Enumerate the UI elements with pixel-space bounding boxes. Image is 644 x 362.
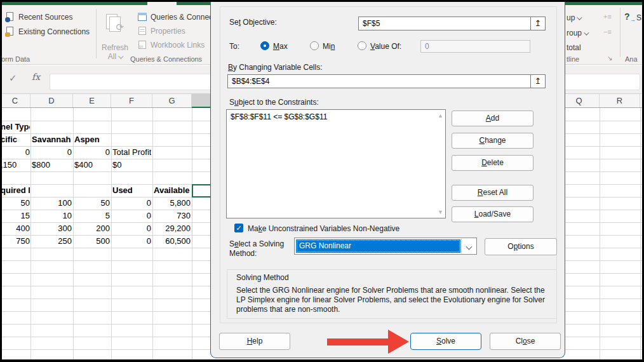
insert-function-icon[interactable]: fx — [32, 72, 40, 82]
non-negative-label: Make Unconstrained Variables Non-Negativ… — [248, 224, 399, 233]
sheet-cell[interactable]: 250 — [32, 235, 72, 248]
sheet-cell[interactable]: $0 — [112, 159, 151, 171]
sheet-cell[interactable]: 0 — [112, 210, 151, 222]
sheet-cell[interactable]: 500 — [74, 235, 110, 248]
variable-cells-collapse-dialog-icon[interactable]: ↥ — [530, 74, 546, 88]
column-header-f[interactable]: F — [111, 94, 152, 107]
reset-all-button[interactable]: Reset All — [452, 185, 533, 201]
solver-button-fragment[interactable]: S — [636, 13, 641, 22]
change-button[interactable]: Change — [452, 133, 533, 149]
scrollbar-down-icon[interactable]: ▼ — [438, 209, 443, 215]
sheet-cell[interactable]: 0 — [1, 146, 30, 159]
sheet-cell[interactable]: 15 — [1, 210, 30, 222]
set-objective-label: Set Objective: — [229, 18, 277, 27]
recent-sources-icon — [5, 12, 15, 22]
variable-cells-field[interactable]: $B$4:$E$4 — [227, 74, 531, 88]
sheet-cell[interactable]: 29,200 — [154, 222, 191, 235]
sheet-cell[interactable]: 0 — [112, 222, 151, 235]
sheet-cell[interactable]: quired Per Pallet Type — [1, 184, 30, 197]
max-label[interactable]: Max — [273, 42, 288, 51]
outline-dialog-launcher-icon[interactable]: ↘ — [607, 55, 612, 62]
max-radio[interactable] — [260, 41, 269, 50]
refresh-all-button: ⟳ Refresh All — [98, 11, 131, 62]
load-save-button[interactable]: Load/Save — [452, 206, 533, 222]
solving-method-value: GRG Nonlinear — [296, 239, 460, 253]
solving-method-dropdown[interactable]: GRG Nonlinear — [294, 238, 477, 255]
constraints-listbox[interactable]: $F$8:$F$11 <= $G$8:$G$11 ▲ ▼ — [226, 109, 446, 218]
workbook-links-button: ∞ Workbook Links — [137, 40, 205, 50]
objective-collapse-dialog-icon[interactable]: ↥ — [530, 17, 546, 30]
solve-button[interactable]: Solve — [410, 333, 481, 350]
sheet-cell[interactable]: cific — [1, 133, 30, 146]
column-header-d[interactable]: D — [30, 94, 73, 107]
sheet-cell[interactable]: ,150 — [1, 159, 30, 171]
column-header-e[interactable]: E — [73, 94, 111, 107]
constraint-item[interactable]: $F$8:$F$11 <= $G$8:$G$11 — [227, 110, 331, 124]
close-button[interactable]: Close — [490, 333, 561, 350]
chevron-down-icon[interactable] — [461, 239, 476, 253]
sheet-cell[interactable]: 5 — [74, 210, 110, 222]
sheet-cell[interactable]: 200 — [74, 222, 110, 235]
sheet-cell[interactable]: 5,800 — [154, 197, 191, 210]
sheet-cell[interactable]: $400 — [74, 159, 110, 171]
value-of-radio[interactable] — [358, 41, 366, 50]
scrollbar-up-icon[interactable]: ▲ — [438, 112, 443, 119]
objective-field[interactable]: $F$5 — [358, 17, 531, 30]
show-detail-icon[interactable]: +≡ — [603, 13, 612, 20]
sheet-cell[interactable]: 0 — [32, 146, 72, 159]
delete-button[interactable]: Delete — [452, 155, 533, 171]
non-negative-checkbox[interactable]: ✓ — [234, 224, 243, 232]
sheet-cell[interactable]: 750 — [1, 235, 30, 248]
sheet-cell[interactable]: Available — [154, 184, 191, 197]
ungroup-button-fragment[interactable]: roup — [567, 29, 587, 37]
sheet-cell[interactable]: Used — [112, 184, 151, 197]
sheet-cell[interactable]: 400 — [1, 222, 30, 235]
sheet-cell[interactable]: 0 — [112, 235, 151, 248]
sheet-cell[interactable]: 60,500 — [154, 235, 191, 248]
arrow-head — [388, 330, 409, 354]
solver-icon[interactable]: ? — [624, 11, 630, 22]
group-button-fragment[interactable]: up — [567, 13, 580, 22]
sheet-cell[interactable]: Savannah — [32, 133, 72, 146]
column-header-c[interactable]: C — [0, 94, 30, 107]
properties-icon — [137, 26, 147, 36]
min-radio[interactable] — [310, 41, 319, 50]
value-of-label[interactable]: Value Of: — [370, 42, 401, 51]
by-changing-label: By Changing Variable Cells: — [228, 63, 323, 72]
queries-group-label: Queries & Connections — [130, 55, 202, 63]
column-header-g[interactable]: G — [152, 94, 192, 107]
recent-sources-button[interactable]: Recent Sources — [5, 12, 72, 22]
sheet-cell[interactable]: 50 — [74, 197, 110, 210]
crop-edge-left — [0, 0, 2, 362]
help-button[interactable]: Help — [219, 333, 290, 350]
enter-icon[interactable]: ✓ — [9, 72, 17, 84]
solver-dialog: Set Objective: $F$5 ↥ To: Max Min Value … — [210, 0, 565, 358]
sheet-cell[interactable]: 0 — [74, 146, 110, 159]
column-header-r[interactable]: R — [600, 94, 640, 107]
sheet-cell[interactable]: $800 — [32, 159, 72, 171]
subject-constraints-label: Subject to the Constraints: — [229, 98, 319, 107]
workbook-links-icon: ∞ — [137, 40, 147, 50]
ribbon-group-separator — [620, 8, 621, 57]
min-label[interactable]: Min — [323, 42, 335, 51]
sheet-cell[interactable]: 10 — [32, 210, 72, 222]
sheet-cell[interactable]: 100 — [32, 197, 72, 210]
hide-detail-icon[interactable]: −≡ — [603, 28, 612, 36]
sheet-cell[interactable]: 50 — [1, 197, 30, 210]
solving-method-title: Solving Method — [236, 273, 289, 282]
options-button[interactable]: Options — [485, 238, 557, 255]
existing-connections-button[interactable]: Existing Connections — [5, 27, 90, 37]
sheet-cell[interactable]: 730 — [154, 210, 191, 222]
select-method-label: Select a Solving Method: — [229, 239, 300, 258]
add-button[interactable]: Add — [452, 111, 533, 126]
sheet-cell[interactable]: Total Profit — [112, 146, 151, 159]
sheet-cell[interactable]: 0 — [112, 197, 151, 210]
queries-connections-icon — [137, 12, 147, 22]
subtotal-button-fragment[interactable]: total — [567, 43, 581, 52]
excel-window: Draw Page Layout Formulas Data Review Re… — [0, 0, 644, 362]
column-header-selected[interactable] — [192, 94, 212, 108]
sheet-cell[interactable]: 300 — [32, 222, 72, 235]
sheet-cell[interactable]: Aspen — [74, 133, 110, 146]
sheet-cell[interactable]: nel Type — [1, 121, 30, 133]
crop-edge-bottom — [0, 359, 644, 362]
